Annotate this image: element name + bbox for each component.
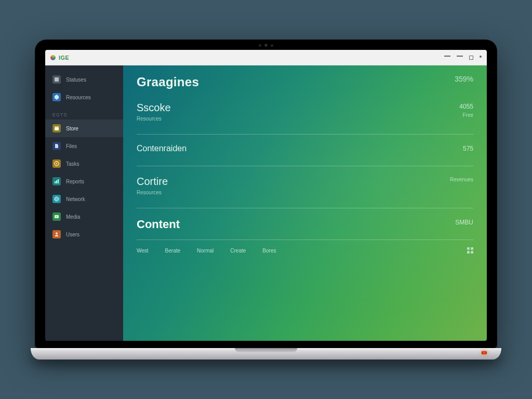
title-bar: IGE [45, 50, 487, 65]
section-title: Content [137, 218, 473, 231]
sidebar-item-store[interactable]: Store [45, 119, 123, 137]
media-icon [52, 212, 61, 221]
svg-rect-2 [55, 126, 59, 127]
main-panel: Graagines 359% Sscoke Resources 4055 Fre… [123, 65, 487, 341]
users-icon [52, 230, 61, 238]
svg-point-4 [56, 163, 57, 164]
power-led-icon [482, 351, 487, 354]
store-icon [52, 124, 61, 132]
svg-rect-5 [55, 181, 56, 183]
svg-point-11 [56, 232, 58, 234]
section-title: Contenraiden [137, 144, 473, 153]
section-value: SMBU [455, 219, 473, 226]
sidebar-item-label: Files [66, 143, 77, 149]
screen: IGE Statuses [45, 50, 487, 341]
sidebar: Statuses Resources EGTS Store [45, 65, 123, 341]
section-subtitle: Resources [137, 190, 473, 195]
screen-bezel: IGE Statuses [35, 39, 497, 348]
section-content[interactable]: Content SMBU [123, 208, 487, 236]
sidebar-item-label: Statuses [66, 77, 86, 83]
app-body: Statuses Resources EGTS Store [45, 65, 487, 341]
brand-logo-icon [50, 55, 56, 60]
more-button[interactable] [480, 56, 482, 58]
sidebar-item-label: Network [66, 196, 85, 202]
section-value: Revenues [450, 177, 473, 182]
svg-rect-0 [55, 77, 59, 82]
svg-point-3 [55, 162, 59, 166]
section-sscoke[interactable]: Sscoke Resources 4055 Free [123, 92, 487, 127]
resources-icon [52, 93, 61, 101]
grid-icon [467, 247, 473, 254]
svg-marker-10 [56, 216, 57, 217]
sidebar-item-label: Tasks [66, 161, 79, 167]
section-value: 4055 [459, 103, 473, 110]
minimize-button[interactable] [444, 56, 450, 57]
sidebar-item-users[interactable]: Users [45, 225, 123, 243]
sidebar-item-label: Media [66, 214, 80, 220]
svg-rect-14 [467, 251, 470, 254]
reports-icon [52, 177, 61, 185]
svg-rect-12 [467, 247, 470, 250]
svg-rect-6 [56, 180, 57, 183]
tasks-icon [52, 159, 61, 168]
svg-rect-9 [55, 215, 59, 218]
section-title: Cortire [137, 176, 473, 188]
sidebar-item-label: Resources [66, 95, 91, 100]
svg-rect-1 [55, 127, 59, 130]
section-value: 575 [463, 145, 473, 152]
webcam [259, 44, 273, 47]
tab-create[interactable]: Create [230, 248, 246, 254]
divider-icon [457, 56, 463, 57]
sidebar-section-header: EGTS [45, 106, 123, 119]
window-controls [444, 56, 482, 60]
brand-label: IGE [59, 55, 69, 61]
grid-view-button[interactable] [467, 247, 473, 254]
sidebar-item-label: Users [66, 232, 79, 237]
sidebar-item-reports[interactable]: Reports [45, 172, 123, 190]
header-stat-top: 359% [455, 75, 473, 83]
tab-bores[interactable]: Bores [262, 248, 276, 254]
network-icon [52, 195, 61, 203]
tabs-row: West Berate Normal Create Bores [123, 240, 487, 262]
sidebar-item-label: Reports [66, 179, 84, 184]
section-subtitle: Resources [137, 116, 473, 122]
files-icon [52, 142, 61, 150]
section-title: Sscoke [137, 102, 473, 114]
sidebar-item-files[interactable]: Files [45, 137, 123, 155]
sidebar-item-resources[interactable]: Resources [45, 88, 123, 106]
app-brand: IGE [50, 55, 69, 61]
maximize-button[interactable] [469, 56, 473, 60]
sidebar-item-tasks[interactable]: Tasks [45, 155, 123, 172]
section-value-sub: Free [462, 112, 473, 118]
section-contenraiden[interactable]: Contenraiden 575 [123, 135, 487, 158]
status-icon [52, 75, 61, 84]
svg-rect-13 [471, 247, 473, 250]
sidebar-item-network[interactable]: Network [45, 190, 123, 208]
page-header: Graagines 359% [123, 65, 487, 92]
hinge-notch [235, 348, 297, 352]
sidebar-item-statuses[interactable]: Statuses [45, 71, 123, 88]
header-meta: 359% [455, 75, 473, 83]
page-title: Graagines [137, 75, 199, 89]
tab-normal[interactable]: Normal [197, 248, 214, 254]
svg-rect-15 [471, 251, 473, 254]
tab-berate[interactable]: Berate [165, 248, 180, 254]
svg-rect-7 [58, 179, 59, 183]
sidebar-item-media[interactable]: Media [45, 208, 123, 225]
sidebar-item-label: Store [66, 126, 78, 131]
laptop-base [31, 348, 501, 360]
section-cortire[interactable]: Cortire Resources Revenues [123, 166, 487, 201]
svg-point-8 [55, 197, 59, 201]
tab-west[interactable]: West [137, 248, 149, 254]
laptop-mockup: IGE Statuses [35, 39, 497, 360]
